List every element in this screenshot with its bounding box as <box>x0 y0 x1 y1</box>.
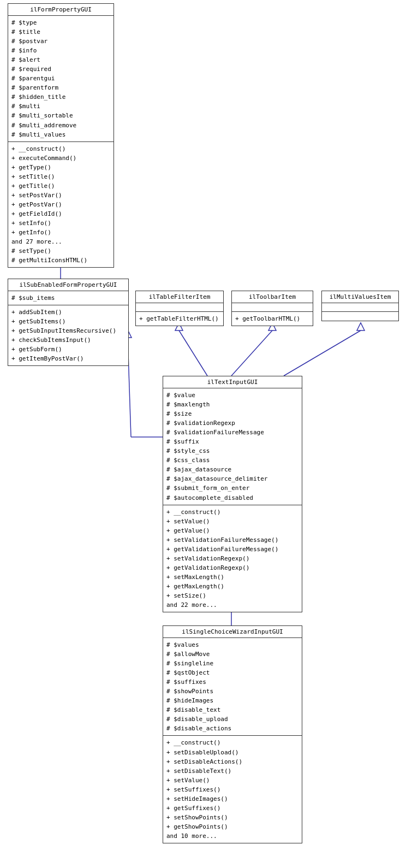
box-title-ilTableFilterItem: ilTableFilterItem <box>136 291 223 303</box>
svg-line-7 <box>231 330 272 376</box>
box-methods-ilToolbarItem: + getToolbarHTML() <box>232 312 313 326</box>
box-ilToolbarItem: ilToolbarItem + getToolbarHTML() <box>231 291 313 326</box>
box-title-ilSingleChoiceWizardInputGUI: ilSingleChoiceWizardInputGUI <box>163 626 302 638</box>
svg-line-5 <box>179 330 207 376</box>
box-methods-ilTableFilterItem: + getTableFilterHTML() <box>136 312 223 326</box>
box-ilSubEnabledFormPropertyGUI: ilSubEnabledFormPropertyGUI # $sub_items… <box>8 279 129 366</box>
box-attributes-ilFormPropertyGUI: # $type # $title # $postvar # $info # $a… <box>8 16 114 142</box>
box-title-ilFormPropertyGUI: ilFormPropertyGUI <box>8 4 114 16</box>
box-title-ilSubEnabledFormPropertyGUI: ilSubEnabledFormPropertyGUI <box>8 279 128 291</box>
uml-diagram: ilFormPropertyGUI # $type # $title # $po… <box>0 0 406 868</box>
box-ilMultiValuesItem: ilMultiValuesItem <box>321 291 399 321</box>
box-ilSingleChoiceWizardInputGUI: ilSingleChoiceWizardInputGUI # $values #… <box>163 625 302 843</box>
box-attributes-ilSubEnabled: # $sub_items <box>8 291 128 305</box>
box-attributes-ilToolbarItem <box>232 303 313 312</box>
svg-marker-10 <box>357 323 365 330</box>
box-ilTextInputGUI: ilTextInputGUI # $value # $maxlength # $… <box>163 376 302 612</box>
box-methods-ilSubEnabled: + addSubItem() + getSubItems() + getSubI… <box>8 305 128 365</box>
box-methods-ilTextInputGUI: + __construct() + setValue() + getValue(… <box>163 505 302 612</box>
box-methods-ilMultiValuesItem <box>322 312 398 321</box>
box-attributes-ilTableFilterItem <box>136 303 223 312</box>
box-title-ilToolbarItem: ilToolbarItem <box>232 291 313 303</box>
box-attributes-ilMultiValuesItem <box>322 303 398 312</box>
box-methods-ilSingleChoiceWizard: + __construct() + setDisableUpload() + s… <box>163 736 302 843</box>
box-title-ilTextInputGUI: ilTextInputGUI <box>163 376 302 388</box>
box-attributes-ilTextInputGUI: # $value # $maxlength # $size # $validat… <box>163 388 302 505</box>
svg-line-9 <box>284 330 361 376</box>
box-attributes-ilSingleChoiceWizard: # $values # $allowMove # $singleline # $… <box>163 638 302 736</box>
box-ilFormPropertyGUI: ilFormPropertyGUI # $type # $title # $po… <box>8 3 114 268</box>
box-title-ilMultiValuesItem: ilMultiValuesItem <box>322 291 398 303</box>
box-ilTableFilterItem: ilTableFilterItem + getTableFilterHTML() <box>135 291 224 326</box>
box-methods-ilFormPropertyGUI: + __construct() + executeCommand() + get… <box>8 142 114 268</box>
